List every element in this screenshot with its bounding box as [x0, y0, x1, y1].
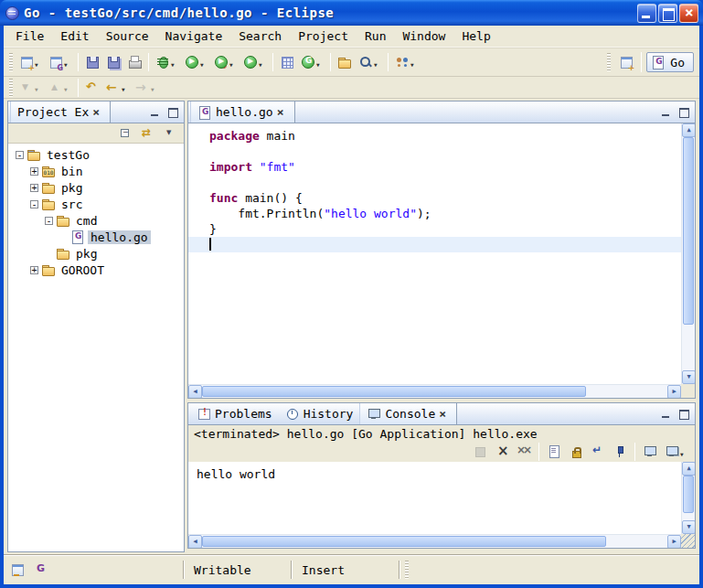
- forward-button[interactable]: [133, 77, 161, 99]
- scroll-down-icon[interactable]: [682, 520, 695, 534]
- menu-edit[interactable]: Edit: [52, 27, 97, 45]
- tree-item-bin[interactable]: +bin: [8, 163, 184, 179]
- previous-annotation-button[interactable]: [46, 77, 74, 99]
- run-button[interactable]: [182, 51, 210, 73]
- scrollbar-thumb[interactable]: [202, 536, 606, 547]
- collapse-all-button[interactable]: [116, 124, 136, 143]
- remove-all-launches-button[interactable]: [514, 443, 534, 461]
- editor-vertical-scrollbar[interactable]: [681, 123, 695, 384]
- editor-horizontal-scrollbar[interactable]: [188, 384, 681, 398]
- tree-item-goroot[interactable]: +GOROOT: [8, 262, 184, 278]
- go-trim-button[interactable]: [31, 559, 51, 581]
- scroll-right-icon[interactable]: [667, 535, 681, 548]
- menu-window[interactable]: Window: [394, 27, 453, 45]
- code-area[interactable]: package mainimport "fmt"func main() { fm…: [188, 123, 681, 252]
- titlebar[interactable]: Go - testGo/src/cmd/hello.go - Eclipse: [0, 0, 703, 26]
- maximize-button[interactable]: [658, 4, 677, 23]
- tree-item-hello-go[interactable]: hello.go: [8, 229, 184, 245]
- menu-navigate[interactable]: Navigate: [157, 27, 231, 45]
- tab-console[interactable]: Console: [359, 403, 457, 424]
- remove-launch-button[interactable]: [492, 443, 512, 461]
- scroll-down-icon[interactable]: [682, 370, 695, 384]
- scrollbar-thumb[interactable]: [683, 137, 694, 325]
- scroll-lock-button[interactable]: [566, 443, 586, 461]
- save-all-button[interactable]: [103, 51, 123, 73]
- go-build-button[interactable]: [277, 51, 297, 73]
- console-vertical-scrollbar[interactable]: [681, 462, 695, 534]
- perspective-go-button[interactable]: Go: [646, 52, 694, 72]
- code-line-4[interactable]: [188, 175, 681, 190]
- tree-expander[interactable]: +: [30, 167, 38, 176]
- new-go-element-button[interactable]: [46, 51, 74, 73]
- scroll-left-icon[interactable]: [188, 535, 202, 548]
- minimize-view-button[interactable]: [659, 106, 674, 119]
- save-button[interactable]: [82, 51, 102, 73]
- tab-hello-go[interactable]: hello.go: [190, 102, 295, 123]
- minimize-view-button[interactable]: [148, 106, 163, 119]
- maximize-view-button[interactable]: [676, 408, 691, 421]
- terminate-button[interactable]: [470, 443, 490, 461]
- word-wrap-button[interactable]: [588, 443, 608, 461]
- tree-item-testgo[interactable]: -testGo: [8, 146, 184, 163]
- tree-expander[interactable]: +: [30, 184, 38, 192]
- menu-project[interactable]: Project: [290, 27, 357, 45]
- scroll-left-icon[interactable]: [188, 385, 202, 398]
- resize-grip[interactable]: [681, 534, 695, 548]
- tab-problems[interactable]: Problems: [190, 403, 279, 424]
- console-horizontal-scrollbar[interactable]: [188, 534, 681, 548]
- maximize-view-button[interactable]: [676, 106, 691, 119]
- tree-item-pkg[interactable]: +pkg: [8, 179, 184, 196]
- menu-run[interactable]: Run: [357, 27, 394, 45]
- code-line-3[interactable]: import "fmt": [188, 159, 681, 175]
- code-line-6[interactable]: fmt.Println("hello world");: [188, 206, 681, 221]
- tree-item-pkg[interactable]: pkg: [8, 245, 184, 262]
- scroll-up-icon[interactable]: [682, 462, 695, 476]
- console-output[interactable]: hello world: [188, 462, 695, 487]
- tree-expander[interactable]: -: [30, 200, 38, 208]
- minimize-button[interactable]: [637, 4, 656, 23]
- tree-expander[interactable]: -: [45, 217, 53, 225]
- tab-project-explorer[interactable]: Project Ex: [10, 102, 111, 123]
- code-line-8[interactable]: [188, 237, 681, 252]
- open-console-button[interactable]: [662, 443, 690, 461]
- maximize-view-button[interactable]: [165, 106, 180, 119]
- tree-item-src[interactable]: -src: [8, 196, 184, 212]
- clear-console-button[interactable]: [544, 443, 564, 461]
- tab-history[interactable]: History: [279, 403, 360, 424]
- fast-view-button[interactable]: [7, 559, 27, 581]
- close-tab-icon[interactable]: [277, 105, 288, 119]
- tree-expander[interactable]: +: [30, 266, 38, 274]
- open-resource-button[interactable]: [335, 51, 355, 73]
- minimize-view-button[interactable]: [659, 408, 674, 421]
- link-with-editor-button[interactable]: [138, 124, 158, 143]
- tree-item-cmd[interactable]: -cmd: [8, 212, 184, 229]
- scrollbar-thumb[interactable]: [683, 476, 694, 513]
- scrollbar-thumb[interactable]: [202, 386, 586, 397]
- new-wizard-button[interactable]: [16, 51, 45, 73]
- next-annotation-button[interactable]: [16, 77, 45, 99]
- close-tab-icon[interactable]: [92, 105, 103, 119]
- run-last-launched-button[interactable]: [211, 51, 240, 73]
- last-edit-location-button[interactable]: [82, 77, 102, 99]
- close-tab-icon[interactable]: [439, 407, 450, 421]
- tree-expander[interactable]: -: [16, 151, 24, 159]
- code-line-7[interactable]: }: [188, 221, 681, 237]
- close-button[interactable]: [679, 4, 698, 23]
- back-button[interactable]: [103, 77, 132, 99]
- scroll-up-icon[interactable]: [682, 123, 695, 137]
- menu-source[interactable]: Source: [98, 27, 157, 45]
- pin-console-button[interactable]: [610, 443, 630, 461]
- menu-file[interactable]: File: [7, 27, 52, 45]
- search-button[interactable]: [356, 51, 384, 73]
- code-line-5[interactable]: func main() {: [188, 190, 681, 206]
- view-menu-button[interactable]: [160, 124, 180, 143]
- team-sync-button[interactable]: [392, 51, 421, 73]
- external-tools-button[interactable]: [240, 51, 269, 73]
- menu-help[interactable]: Help: [453, 27, 498, 45]
- go-run-button[interactable]: [298, 51, 326, 73]
- scroll-right-icon[interactable]: [667, 385, 681, 398]
- menu-search[interactable]: Search: [230, 27, 290, 45]
- code-line-2[interactable]: [188, 144, 681, 159]
- print-button[interactable]: [124, 51, 144, 73]
- debug-button[interactable]: [153, 51, 181, 73]
